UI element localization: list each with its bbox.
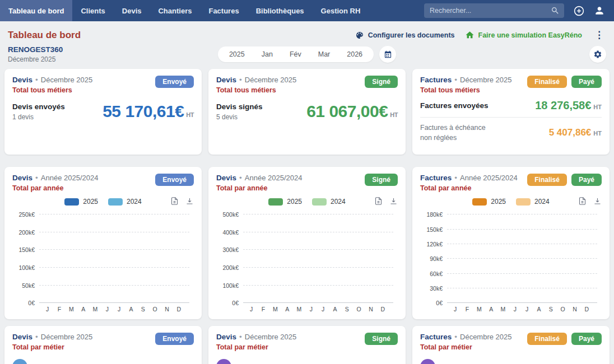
metier-enduit-icon [216,359,231,364]
legend-2025: 2025 [64,198,98,206]
metier-card-factures: Factures•Décembre 2025 Total par métier … [412,326,610,364]
metier-card-devis-envoyes: Devis•Décembre 2025 Total par métier Env… [4,326,202,364]
nav-tabs: Tableau de bord Clients Devis Chantiers … [0,0,369,21]
timeline-mar[interactable]: Mar [318,50,331,58]
kebab-menu-icon[interactable]: ⋮ [592,29,606,41]
status-badge-signe[interactable]: Signé [365,76,398,88]
metric-label: Devis envoyés [12,102,65,111]
legend-2025: 2025 [472,198,506,206]
chart-card-factures: Factures•Année 2025/2024 Total par année… [412,167,610,319]
status-badge-envoye[interactable]: Envoyé [155,174,194,186]
card-category: Devis [12,174,32,182]
download-icon[interactable] [593,197,602,206]
nav-tab-bibliotheques[interactable]: Bibliothèques [248,0,313,21]
legend-2024: 2024 [312,198,346,206]
metier-amount: 15 244,00€HT [549,362,602,364]
metric-label: Devis signés [216,102,263,111]
timeline-2026[interactable]: 2026 [347,50,362,58]
card-scope: Total par métier [12,343,155,351]
card-period: Décembre 2025 [41,333,93,341]
card-period: Année 2025/2024 [41,174,99,182]
legend-2024: 2024 [108,198,142,206]
status-badge-finalise[interactable]: Finalisé [527,333,567,345]
timeline-2025[interactable]: 2025 [229,50,245,58]
card-category: Devis [12,333,32,341]
search-box[interactable] [424,3,564,18]
card-period: Décembre 2025 [460,76,512,84]
company-name: RENOGEST360 [8,45,218,54]
nav-tab-gestion-rh[interactable]: Gestion RH [313,0,369,21]
status-badge-envoye[interactable]: Envoyé [155,76,194,88]
amount-suffix: HT [186,111,194,118]
card-scope: Total par année [420,184,527,192]
nav-tab-tableau-de-bord[interactable]: Tableau de bord [0,0,72,21]
search-icon[interactable] [551,6,560,15]
nav-tab-clients[interactable]: Clients [72,0,113,21]
summary-card-devis-envoyes: Devis•Décembre 2025 Total tous métiers E… [4,69,202,155]
amount-value: 55 170,61€HT [103,102,194,121]
card-category: Factures [420,76,452,84]
card-category: Factures [420,174,452,182]
status-badge-signe[interactable]: Signé [365,174,398,186]
card-category: Devis [12,76,32,84]
calendar-button[interactable] [379,46,396,63]
status-badge-paye[interactable]: Payé [571,174,602,186]
card-scope: Total par métier [420,343,527,351]
status-badge-finalise[interactable]: Finalisé [527,174,567,186]
factures-echeance-label: Factures à échéancenon réglées [420,123,486,143]
easyreno-simulation-label: Faire une simulation EasyRéno [478,31,582,39]
download-icon[interactable] [185,197,194,206]
factures-envoyees-label: Factures envoyées [420,101,489,110]
report-document-icon[interactable] [374,197,383,206]
nav-tab-factures[interactable]: Factures [200,0,247,21]
calendar-icon [384,50,392,59]
timeline-fev[interactable]: Fév [290,50,301,58]
card-scope: Total tous métiers [216,86,365,94]
factures-envoyees-amount: 18 276,58€HT [535,99,602,112]
status-badge-paye[interactable]: Payé [571,76,602,88]
metric-sub: 5 devis [216,113,263,121]
card-period: Décembre 2025 [41,76,93,84]
add-circle-icon[interactable] [573,5,585,17]
settings-button[interactable] [589,46,606,63]
current-period: Décembre 2025 [8,55,218,63]
status-badge-envoye[interactable]: Envoyé [155,333,194,345]
metier-amount: 30 739,85€HT [345,362,398,364]
timeline-selector: 2025 Jan Fév Mar 2026 [218,46,374,62]
nav-tab-chantiers[interactable]: Chantiers [150,0,200,21]
status-badge-signe[interactable]: Signé [365,333,398,345]
report-document-icon[interactable] [170,197,179,206]
status-badge-paye[interactable]: Payé [571,333,602,345]
chart-card-devis-envoyes: Devis•Année 2025/2024 Total par année En… [4,167,202,319]
top-navbar: Tableau de bord Clients Devis Chantiers … [0,0,614,21]
metier-row-planchers: Planchers 55 170,61€HT [12,359,194,364]
search-input[interactable] [430,7,551,15]
metier-enduit-icon [420,359,435,364]
house-icon [465,30,475,40]
metric-sub: 1 devis [12,113,65,121]
card-scope: Total tous métiers [12,86,155,94]
download-icon[interactable] [389,197,398,206]
report-document-icon[interactable] [578,197,587,206]
card-period: Année 2025/2024 [245,174,303,182]
legend-2025: 2025 [268,198,302,206]
metier-row-enduit: Enduit 15 244,00€HT [420,359,602,364]
summary-card-factures: Factures•Décembre 2025 Total tous métier… [412,69,610,155]
nav-tab-devis[interactable]: Devis [114,0,150,21]
timeline-jan[interactable]: Jan [262,50,273,58]
card-scope: Total par année [216,184,365,192]
card-category: Factures [420,333,452,341]
easyreno-simulation-link[interactable]: Faire une simulation EasyRéno [465,30,582,40]
bar-chart-devis-envoyes: 0€50k€100k€150k€200k€250k€JFMAMJJASOND [12,214,194,312]
page-title: Tableau de bord [8,30,81,41]
card-category: Devis [216,333,236,341]
metier-amount: 55 170,61€HT [141,362,194,364]
card-category: Devis [216,174,236,182]
card-period: Année 2025/2024 [460,174,518,182]
configure-documents-link[interactable]: Configurer les documents [355,31,455,40]
user-profile-icon[interactable] [594,5,605,16]
summary-card-devis-signes: Devis•Décembre 2025 Total tous métiers S… [208,69,406,155]
palette-icon [355,31,364,40]
status-badge-finalise[interactable]: Finalisé [527,76,567,88]
chart-card-devis-signes: Devis•Année 2025/2024 Total par année Si… [208,167,406,319]
